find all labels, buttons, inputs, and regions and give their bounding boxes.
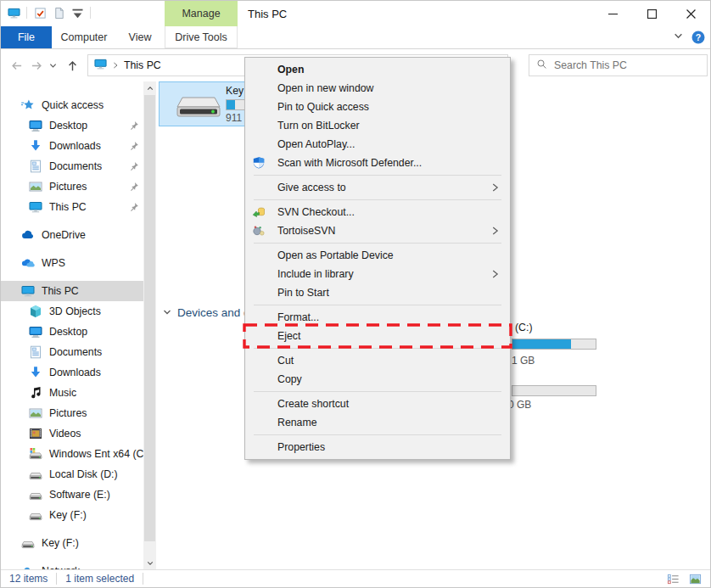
pin-icon [129,202,139,212]
sidebar-item[interactable]: Music [1,383,143,403]
sidebar-item[interactable]: Downloads [1,362,143,383]
sidebar-item[interactable]: Software (E:) [1,484,143,505]
document-icon [29,160,43,174]
tab-file[interactable]: File [1,26,52,48]
drive-icon [29,508,43,523]
file-explorer-window: Manage This PC File Computer View Drive … [0,0,711,588]
context-menu-item[interactable] [254,199,501,200]
title-bar: Manage This PC [1,1,710,26]
download-icon [29,366,43,380]
scrollbar-thumb[interactable] [144,95,155,541]
sidebar-item[interactable]: Downloads [1,136,143,156]
scroll-down-icon[interactable] [143,557,156,569]
search-icon [536,59,547,72]
sidebar-item[interactable]: OneDrive [1,225,143,245]
context-menu-item[interactable] [254,348,501,349]
context-menu-item[interactable]: Scan with Microsoft Defender... [245,154,510,172]
context-menu-item[interactable] [254,305,501,305]
context-menu-item[interactable] [254,434,501,435]
desktop-icon [29,119,43,133]
properties-check-icon[interactable] [32,5,48,20]
drive-icon [29,488,43,502]
breadcrumb[interactable]: This PC [124,59,161,71]
view-toggles [664,571,703,586]
sidebar-item[interactable]: Quick access [1,95,143,115]
sidebar-item[interactable]: Windows Ent x64 (C:) [1,444,143,464]
new-folder-icon[interactable] [51,5,66,20]
scroll-up-icon[interactable] [143,81,156,94]
context-menu-item[interactable]: Include in library [245,265,510,283]
context-menu-item[interactable]: Eject [245,327,510,345]
music-icon [29,386,43,400]
context-menu-item[interactable]: Copy [245,370,510,389]
context-menu-item[interactable]: Open in new window [245,79,510,98]
context-menu-item[interactable]: Turn on BitLocker [245,116,510,135]
sidebar-item[interactable]: Local Disk (D:) [1,464,143,484]
sidebar-item[interactable]: Key (F:) [1,505,143,525]
drive-icon [21,536,36,551]
sidebar-item[interactable]: Key (F:) [1,533,143,553]
sidebar-item[interactable]: This PC [1,197,143,217]
sidebar-item[interactable]: Documents [1,342,143,362]
search-box[interactable] [529,54,708,76]
sidebar-item[interactable]: Pictures [1,403,143,423]
sidebar-item[interactable]: Pictures [1,176,143,197]
forward-button[interactable] [28,57,45,74]
this-pc-icon[interactable] [6,5,21,20]
sidebar-item[interactable]: Network [1,561,143,569]
download-icon [29,139,43,154]
collapse-ribbon-chevron-icon[interactable] [674,31,683,43]
back-button[interactable] [8,57,25,74]
sidebar-item[interactable]: Videos [1,423,143,444]
context-menu-item[interactable]: Open as Portable Device [245,246,510,265]
minimize-button[interactable] [593,1,632,26]
context-menu-item[interactable]: Pin to Quick access [245,98,510,116]
context-menu-item[interactable]: Open AutoPlay... [245,135,510,154]
items-count: 12 items [9,573,48,585]
details-view-icon[interactable] [664,571,681,586]
pin-icon [129,161,139,171]
large-icons-view-icon[interactable] [686,571,703,586]
tortoisesvn-icon [252,224,269,238]
drive-c-usage-bar [512,339,596,350]
search-input[interactable] [554,59,700,71]
sidebar-scrollbar[interactable] [143,81,156,569]
sidebar-item[interactable]: 3D Objects [1,301,143,322]
sidebar-item[interactable]: Desktop [1,115,143,136]
context-menu-item[interactable] [254,243,501,244]
quick-access-toolbar [6,5,92,20]
context-menu-item[interactable]: Open [245,60,510,79]
computer-icon [29,200,43,215]
context-menu-item[interactable]: TortoiseSVN [245,221,510,240]
sidebar-item[interactable]: Documents [1,156,143,176]
drive-c-label-fragment: (C:) [515,322,533,333]
chevron-down-icon [163,306,171,319]
tab-computer[interactable]: Computer [53,26,115,48]
drive-icon [29,468,43,482]
context-menu-item[interactable]: Cut [245,351,510,370]
context-menu-item[interactable] [254,175,501,176]
context-menu-item[interactable]: Format... [245,308,510,327]
chevron-right-icon[interactable] [112,59,119,71]
recent-locations-dropdown-icon[interactable] [47,57,59,74]
computer-icon [21,284,36,299]
svn-icon [252,205,269,220]
sidebar-item[interactable]: WPS [1,253,143,273]
up-button[interactable] [64,57,81,74]
sidebar-item[interactable]: Desktop [1,322,143,342]
context-menu-item[interactable]: Rename [245,413,510,432]
submenu-chevron-icon [491,182,500,193]
maximize-button[interactable] [632,1,671,26]
context-menu-item[interactable]: Properties [245,438,510,456]
context-menu-item[interactable] [254,391,501,392]
tab-drive-tools[interactable]: Drive Tools [165,26,238,48]
help-icon[interactable]: ? [691,31,705,44]
context-menu-item[interactable]: Pin to Start [245,283,510,302]
context-menu-item[interactable]: SVN Checkout... [245,203,510,221]
context-menu-item[interactable]: Create shortcut [245,395,510,413]
tab-view[interactable]: View [118,26,162,48]
context-menu-item[interactable]: Give access to [245,178,510,197]
customize-qat-dropdown-icon[interactable] [70,5,85,20]
sidebar-item[interactable]: This PC [1,281,143,301]
close-button[interactable] [671,1,710,26]
